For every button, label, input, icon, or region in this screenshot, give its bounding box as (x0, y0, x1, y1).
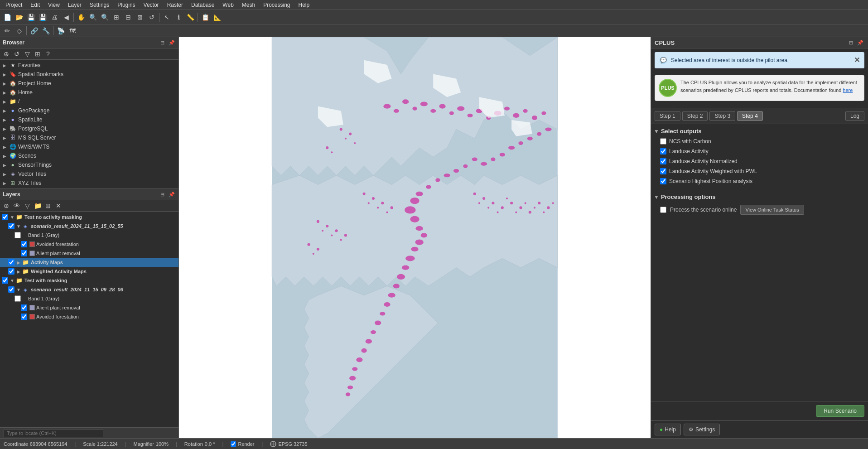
layer-band1-check-1[interactable] (14, 232, 21, 238)
cplus-description-link[interactable]: here (843, 87, 853, 93)
crs-item[interactable]: EPSG:32735 (270, 441, 307, 447)
layer-alient-removal-1[interactable]: Alient plant removal (0, 249, 178, 258)
process-online-check[interactable] (660, 207, 666, 213)
select-outputs-header[interactable]: ▼ Select outputs (651, 124, 868, 136)
layer-group-masking[interactable]: ▼ 📁 Test with masking (0, 276, 178, 285)
menu-vector[interactable]: Vector (140, 1, 163, 9)
output-landuse-check[interactable] (660, 148, 666, 154)
layer-avoided-forestation-2[interactable]: Avoided forestation (0, 312, 178, 321)
layer-weighted-activity[interactable]: ▶ 📁 Weighted Activity Maps (0, 267, 178, 276)
browser-collapse-all-btn[interactable]: ⊞ (33, 49, 42, 58)
menu-edit[interactable]: Edit (27, 1, 43, 9)
output-landuse-normalized-check[interactable] (660, 158, 666, 164)
browser-add-btn[interactable]: ⊕ (2, 49, 11, 58)
layers-expand-btn[interactable]: ⊞ (43, 201, 53, 210)
info-close-btn[interactable]: ✕ (854, 56, 860, 64)
browser-item-root[interactable]: ▶ 📁 / (0, 97, 178, 106)
refresh-btn[interactable]: ↺ (146, 12, 157, 23)
layers-add-btn[interactable]: ⊕ (2, 201, 11, 210)
browser-help-btn[interactable]: ? (43, 49, 53, 58)
undo-btn[interactable]: ◀ (61, 12, 72, 23)
menu-view[interactable]: View (44, 1, 63, 9)
browser-filter-btn[interactable]: ▽ (23, 49, 32, 58)
layer-activity-maps-check[interactable] (8, 259, 14, 266)
save-as-btn[interactable]: 💾 (37, 12, 48, 23)
browser-item-xyz-tiles[interactable]: ▶ ⊞ XYZ Tiles (0, 179, 178, 188)
menu-database[interactable]: Database (188, 1, 218, 9)
zoom-selection-btn[interactable]: ⊠ (135, 12, 145, 23)
browser-item-geopackage[interactable]: ▶ ● GeoPackage (0, 106, 178, 115)
render-check[interactable] (231, 441, 236, 447)
layers-pin-btn[interactable]: 📌 (168, 190, 176, 198)
log-btn[interactable]: Log (845, 111, 864, 121)
browser-item-project-home[interactable]: ▶ 🏠 Project Home (0, 79, 178, 88)
layer-group-no-masking-expand[interactable]: ▼ (9, 215, 15, 220)
browser-item-spatialite[interactable]: ▶ ● SpatiaLite (0, 115, 178, 124)
layer-alient-check-1[interactable] (21, 250, 27, 256)
layer-group-no-masking[interactable]: ▼ 📁 Test no activity masking (0, 212, 178, 222)
browser-refresh-btn[interactable]: ↺ (12, 49, 21, 58)
atlas-btn[interactable]: 📋 (200, 12, 211, 23)
layer-alient-check-2[interactable] (21, 304, 27, 311)
browser-item-favorites[interactable]: ▶ ★ Favorites (0, 61, 178, 70)
identify-btn[interactable]: ℹ (173, 12, 184, 23)
step3-btn[interactable]: Step 3 (709, 111, 735, 121)
layer-band1-check-2[interactable] (14, 295, 21, 302)
menu-raster[interactable]: Raster (164, 1, 187, 9)
layers-group-btn[interactable]: 📁 (33, 201, 42, 210)
layer-scenario-result-2-expand[interactable]: ▼ (15, 287, 22, 292)
layer-activity-maps[interactable]: ▶ 📁 Activity Maps (0, 258, 178, 267)
gps-btn[interactable]: 📡 (55, 25, 66, 36)
node-btn[interactable]: ◇ (14, 25, 24, 36)
output-landuse-weighted-check[interactable] (660, 168, 666, 174)
browser-item-bookmarks[interactable]: ▶ 🔖 Spatial Bookmarks (0, 70, 178, 79)
layer-scenario-result-1[interactable]: ▼ ◈ scenario_result_2024_11_15_15_02_55 (0, 222, 178, 231)
browser-item-vector-tiles[interactable]: ▶ ◈ Vector Tiles (0, 169, 178, 179)
new-project-btn[interactable]: 📄 (2, 12, 13, 23)
zoom-full-btn[interactable]: ⊞ (111, 12, 122, 23)
layer-scenario-result-2-check[interactable] (8, 286, 14, 293)
snapping-btn[interactable]: 🔗 (29, 25, 39, 36)
browser-item-postgresql[interactable]: ▶ 🐘 PostgreSQL (0, 124, 178, 133)
layer-scenario-result-1-check[interactable] (8, 223, 14, 229)
step2-btn[interactable]: Step 2 (682, 111, 708, 121)
advanced-digitize-btn[interactable]: 🔧 (40, 25, 51, 36)
layer-group-masking-check[interactable] (2, 277, 8, 284)
layers-filter-btn[interactable]: ▽ (23, 201, 32, 210)
settings-btn[interactable]: ⚙ Settings (684, 424, 720, 435)
menu-project[interactable]: Project (2, 1, 26, 9)
layer-band1-expand-1[interactable]: ▼ (22, 233, 28, 238)
help-btn[interactable]: ● Help (655, 424, 681, 435)
digitize-btn[interactable]: ✏ (2, 25, 13, 36)
layout-btn[interactable]: 📐 (212, 12, 222, 23)
menu-web[interactable]: Web (219, 1, 237, 9)
browser-item-scenes[interactable]: ▶ 🌍 Scenes (0, 151, 178, 160)
browser-pin-btn[interactable]: 📌 (168, 39, 176, 47)
zoom-layer-btn[interactable]: ⊟ (123, 12, 134, 23)
print-btn[interactable]: 🖨 (49, 12, 60, 23)
step1-btn[interactable]: Step 1 (655, 111, 680, 121)
layer-avoided-forestation-1[interactable]: Avoided forestation (0, 240, 178, 249)
browser-item-wms[interactable]: ▶ 🌐 WMS/WMTS (0, 142, 178, 151)
menu-settings[interactable]: Settings (86, 1, 113, 9)
menu-plugins[interactable]: Plugins (114, 1, 139, 9)
locate-input[interactable] (4, 429, 103, 437)
menu-mesh[interactable]: Mesh (238, 1, 259, 9)
open-project-btn[interactable]: 📂 (14, 12, 24, 23)
output-ncs-check[interactable] (660, 138, 666, 145)
menu-processing[interactable]: Processing (260, 1, 294, 9)
save-project-btn[interactable]: 💾 (25, 12, 36, 23)
measure-btn[interactable]: 📏 (185, 12, 196, 23)
layer-avoided-check-2[interactable] (21, 314, 27, 320)
map-area[interactable] (179, 37, 651, 438)
select-btn[interactable]: ↖ (161, 12, 172, 23)
layer-weighted-check[interactable] (8, 268, 14, 275)
menu-help[interactable]: Help (295, 1, 313, 9)
browser-item-sensorthings[interactable]: ▶ ● SensorThings (0, 160, 178, 169)
layer-scenario-result-1-expand[interactable]: ▼ (15, 224, 22, 229)
browser-item-mssql[interactable]: ▶ 🗄 MS SQL Server (0, 133, 178, 142)
output-scenario-highest-check[interactable] (660, 178, 666, 184)
pan-btn[interactable]: ✋ (76, 12, 87, 23)
layer-group-masking-expand[interactable]: ▼ (9, 278, 15, 283)
layers-eye-btn[interactable]: 👁 (12, 201, 21, 210)
